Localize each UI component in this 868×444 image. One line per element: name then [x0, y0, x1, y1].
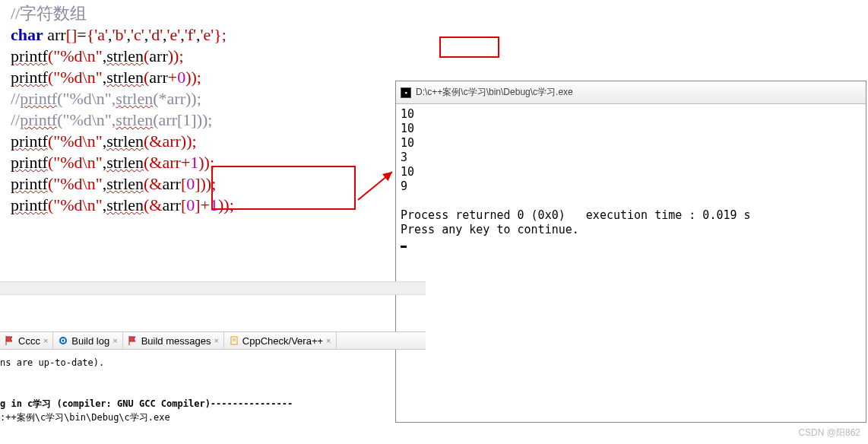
- watermark: CSDN @阳862: [798, 427, 860, 439]
- code-line: printf("%d\n",strlen(&arr+1));: [11, 152, 415, 173]
- tab-build-log[interactable]: Build log ×: [53, 332, 122, 349]
- flag-icon: [5, 335, 15, 346]
- tab-build-messages[interactable]: Build messages ×: [123, 332, 224, 349]
- close-icon[interactable]: ×: [214, 336, 218, 345]
- code-line: printf("%d\n",strlen(arr+0));: [11, 67, 415, 88]
- code-line: printf("%d\n",strlen(&arr));: [11, 131, 415, 152]
- flag-icon: [128, 335, 138, 346]
- svg-point-2: [62, 340, 65, 342]
- console-window[interactable]: ▪ D:\c++案例\c学习\bin\Debug\c学习.exe 10 10 1…: [395, 81, 866, 423]
- build-log-output: ns are up-to-date). g in c学习 (compiler: …: [0, 350, 426, 424]
- tab-cppcheck[interactable]: CppCheck/Vera++ ×: [224, 332, 337, 349]
- code-line: printf("%d\n",strlen(&arr[0]));: [11, 173, 415, 195]
- code-line: printf("%d\n",strlen(arr));: [11, 46, 415, 67]
- code-line: printf("%d\n",strlen(&arr[0]+1));: [11, 195, 415, 216]
- code-editor[interactable]: //字符数组 char arr[]={'a','b','c','d','e','…: [0, 0, 426, 219]
- console-icon: ▪: [401, 87, 411, 98]
- close-icon[interactable]: ×: [112, 336, 117, 345]
- code-line: //printf("%d\n",strlen(arr[1]));: [11, 109, 415, 131]
- annotation-box: [439, 36, 499, 58]
- divider-bar: [0, 281, 426, 295]
- document-icon: [229, 335, 239, 346]
- console-titlebar[interactable]: ▪ D:\c++案例\c学习\bin\Debug\c学习.exe: [396, 81, 866, 104]
- gear-icon: [58, 335, 68, 346]
- tab-strip: Cccc × Build log × Build messages × CppC…: [0, 331, 426, 350]
- close-icon[interactable]: ×: [43, 336, 48, 345]
- console-cursor: [401, 246, 407, 248]
- console-output: 10 10 10 3 10 9 Process returned 0 (0x0)…: [396, 104, 866, 255]
- tab-cccc[interactable]: Cccc ×: [0, 332, 53, 349]
- close-icon[interactable]: ×: [326, 336, 331, 345]
- comment-text: //字符数组: [11, 4, 87, 23]
- keyword-char: char: [11, 25, 43, 44]
- code-line: //printf("%d\n",strlen(*arr));: [11, 88, 415, 109]
- bottom-panel: Cccc × Build log × Build messages × CppC…: [0, 281, 426, 424]
- console-title: D:\c++案例\c学习\bin\Debug\c学习.exe: [416, 86, 573, 99]
- code-line: char arr[]={'a','b','c','d','e','f','e'}…: [11, 24, 415, 46]
- code-line: //字符数组: [11, 3, 415, 24]
